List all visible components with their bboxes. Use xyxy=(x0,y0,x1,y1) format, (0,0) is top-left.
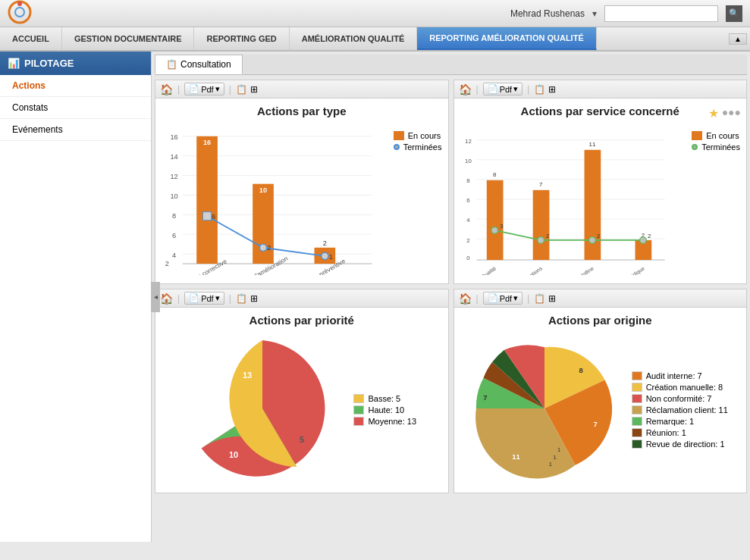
chart1-toolbar: 🏠 | 📄 Pdf ▾ | 📋 ⊞ xyxy=(155,80,448,99)
chart-actions-par-service: 🏠 | 📄 Pdf ▾ | 📋 ⊞ Actions par service co… xyxy=(453,80,748,284)
svg-point-1 xyxy=(15,8,24,17)
charts-grid: 🏠 | 📄 Pdf ▾ | 📋 ⊞ Actions par type xyxy=(155,80,747,493)
nav-item-accueil[interactable]: ACCUEIL xyxy=(0,27,62,50)
svg-point-54 xyxy=(588,237,595,244)
chart1-copy-icon[interactable]: 📋 xyxy=(236,84,247,95)
nav-item-amelioration[interactable]: AMÉLIORATION QUALITÉ xyxy=(290,27,417,50)
nav-item-reporting-amelioration[interactable]: REPORTING AMÉLIORATION QUALITÉ xyxy=(417,27,597,50)
sidebar-title: PILOTAGE xyxy=(24,58,74,69)
logo xyxy=(8,0,32,27)
svg-text:6: 6 xyxy=(212,213,216,221)
sidebar: 📊 PILOTAGE Actions Constats Evénements ◂ xyxy=(0,52,152,542)
chart-actions-par-priorite: 🏠 | 📄 Pdf ▾ | 📋 ⊞ Actions par priorité xyxy=(155,289,449,493)
chart4-legend: Audit interne: 7 Création manuelle: 8 No… xyxy=(632,371,728,449)
pdf2-icon: 📄 xyxy=(488,84,498,94)
chart4-pie-wrapper: 8 7 11 7 1 1 1 xyxy=(472,333,617,486)
user-dropdown-icon[interactable]: ▾ xyxy=(592,8,597,19)
pdf-dropdown: ▾ xyxy=(215,84,220,94)
svg-rect-44 xyxy=(532,190,549,260)
star-icon[interactable]: ★ xyxy=(708,106,719,120)
pdf-icon: 📄 xyxy=(189,84,199,94)
chart1-home-icon[interactable]: 🏠 xyxy=(160,83,173,95)
nav-collapse-button[interactable]: ▲ xyxy=(729,33,747,45)
chart4-title: Actions par origine xyxy=(454,308,747,330)
chart1-grid-icon[interactable]: ⊞ xyxy=(250,84,258,95)
chart1-svg: 16 14 12 10 8 6 4 2 xyxy=(162,124,386,275)
svg-text:1: 1 xyxy=(553,454,556,461)
search-input[interactable] xyxy=(604,5,718,22)
user-name[interactable]: Mehrad Rushenas xyxy=(510,8,585,19)
chart3-pie-svg: 13 10 5 xyxy=(187,333,338,484)
chart2-svg: 12 10 8 6 4 2 0 xyxy=(460,124,685,275)
svg-text:8: 8 xyxy=(579,366,582,374)
chart4-grid-icon[interactable]: ⊞ xyxy=(548,293,556,304)
svg-text:0: 0 xyxy=(466,255,470,261)
chart2-pdf-btn[interactable]: 📄 Pdf ▾ xyxy=(483,83,523,95)
svg-text:16: 16 xyxy=(203,139,211,146)
chart3-title: Actions par priorité xyxy=(155,308,448,330)
tab-consultation[interactable]: 📋 Consultation xyxy=(155,55,243,74)
chart4-pdf-btn[interactable]: 📄 Pdf ▾ xyxy=(483,292,523,305)
search-button[interactable]: 🔍 xyxy=(726,5,742,22)
svg-text:10: 10 xyxy=(259,186,267,194)
svg-text:Direction des systèmes d'infor: Direction des systèmes d'informations xyxy=(467,265,544,275)
chart4-copy-icon[interactable]: 📋 xyxy=(534,293,545,304)
svg-text:16: 16 xyxy=(170,133,177,141)
legend-dot-terminees xyxy=(394,144,400,150)
nav-bar: ACCUEIL GESTION DOCUMENTAIRE REPORTING G… xyxy=(0,27,750,52)
chart1-legend: En cours Terminées xyxy=(394,124,442,152)
sidebar-item-actions[interactable]: Actions xyxy=(0,75,151,97)
svg-text:6: 6 xyxy=(466,197,469,204)
top-right-icons: ★ ●●● xyxy=(708,106,741,120)
chart-actions-par-origine: 🏠 | 📄 Pdf ▾ | 📋 ⊞ Actions par origine xyxy=(453,289,748,493)
chart3-body: 13 10 5 Basse: 5 xyxy=(155,330,448,493)
pdf-label: Pdf xyxy=(201,85,214,94)
nav-item-reporting-ged[interactable]: REPORTING GED xyxy=(194,27,289,50)
chart2-grid-icon[interactable]: ⊞ xyxy=(548,84,556,95)
chart2-copy-icon[interactable]: 📋 xyxy=(534,84,545,95)
chart3-copy-icon[interactable]: 📋 xyxy=(236,293,247,304)
bar1-en-cours xyxy=(196,136,218,264)
chart2-title: Actions par service concerné xyxy=(454,99,747,120)
legend-label-terminees: Terminées xyxy=(403,142,442,152)
svg-text:10: 10 xyxy=(170,192,177,200)
sep2: | xyxy=(229,84,231,95)
svg-text:12: 12 xyxy=(170,173,177,180)
chart4-home-icon[interactable]: 🏠 xyxy=(459,293,472,305)
svg-point-2 xyxy=(17,2,22,6)
sidebar-header: 📊 PILOTAGE xyxy=(0,52,151,75)
sidebar-collapse-handle[interactable]: ◂ xyxy=(151,282,160,312)
svg-text:1: 1 xyxy=(548,461,551,468)
chart3-grid-icon[interactable]: ⊞ xyxy=(250,293,258,304)
tab-bar: 📋 Consultation xyxy=(155,55,747,75)
svg-text:2: 2 xyxy=(546,233,549,239)
chart3-home-icon[interactable]: 🏠 xyxy=(160,293,173,305)
svg-text:1: 1 xyxy=(557,446,560,453)
svg-point-50 xyxy=(491,227,497,234)
svg-text:Hotline: Hotline xyxy=(578,265,595,275)
svg-text:10: 10 xyxy=(465,158,472,164)
chart1-body: 16 14 12 10 8 6 4 2 xyxy=(155,120,448,283)
svg-text:11: 11 xyxy=(588,141,595,148)
svg-text:4: 4 xyxy=(466,217,470,224)
tab-icon: 📋 xyxy=(166,59,177,70)
chart4-toolbar: 🏠 | 📄 Pdf ▾ | 📋 ⊞ xyxy=(454,289,747,308)
chart3-toolbar: 🏠 | 📄 Pdf ▾ | 📋 ⊞ xyxy=(155,289,448,308)
svg-text:13: 13 xyxy=(243,371,252,380)
sidebar-item-evenements[interactable]: Evénements xyxy=(0,119,151,141)
chart3-pdf-btn[interactable]: 📄 Pdf ▾ xyxy=(184,292,224,305)
sidebar-item-constats[interactable]: Constats xyxy=(0,97,151,119)
legend-label-en-cours: En cours xyxy=(408,131,441,140)
svg-text:2: 2 xyxy=(597,233,600,239)
svg-text:2: 2 xyxy=(323,239,327,247)
sep1: | xyxy=(177,84,180,95)
point2 xyxy=(259,244,266,251)
options-icon[interactable]: ●●● xyxy=(722,106,741,120)
svg-text:7: 7 xyxy=(483,393,487,402)
nav-item-gestion[interactable]: GESTION DOCUMENTAIRE xyxy=(62,27,195,50)
main-layout: 📊 PILOTAGE Actions Constats Evénements ◂… xyxy=(0,52,750,542)
svg-text:8: 8 xyxy=(172,212,176,220)
chart1-pdf-btn[interactable]: 📄 Pdf ▾ xyxy=(184,83,224,95)
svg-text:6: 6 xyxy=(172,232,176,239)
chart2-home-icon[interactable]: 🏠 xyxy=(459,83,472,95)
